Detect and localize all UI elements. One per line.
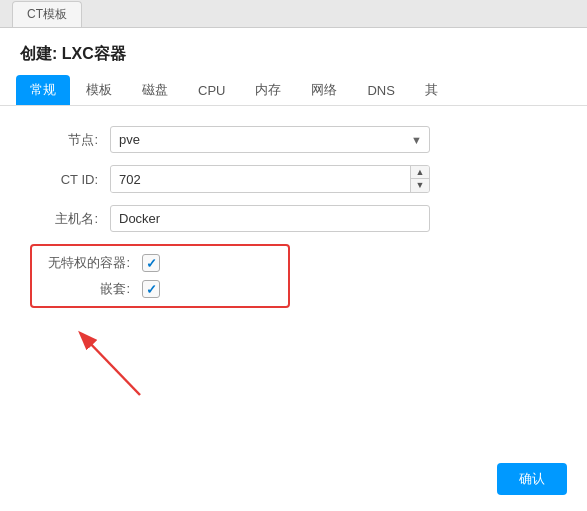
tab-cpu[interactable]: CPU — [184, 77, 239, 104]
unprivileged-row: 无特权的容器: — [42, 254, 278, 272]
unprivileged-checkbox[interactable] — [142, 254, 160, 272]
tab-network[interactable]: 网络 — [297, 75, 351, 105]
svg-line-1 — [85, 338, 140, 395]
tab-memory[interactable]: 内存 — [241, 75, 295, 105]
create-lxc-dialog: 创建: LXC容器 常规 模板 磁盘 CPU 内存 网络 DNS 其 节点: p… — [0, 28, 587, 511]
confirm-button[interactable]: 确认 — [497, 463, 567, 495]
ctid-increment-button[interactable]: ▲ — [411, 166, 429, 179]
unprivileged-label: 无特权的容器: — [42, 254, 142, 272]
nesting-label: 嵌套: — [42, 280, 142, 298]
hostname-row: 主机名: — [20, 205, 567, 232]
ct-template-tab[interactable]: CT模板 — [12, 1, 82, 27]
tab-dns[interactable]: DNS — [353, 77, 408, 104]
ctid-input[interactable] — [111, 167, 410, 192]
node-row: 节点: pve ▼ — [20, 126, 567, 153]
node-select-wrapper: pve ▼ — [110, 126, 430, 153]
node-control: pve ▼ — [110, 126, 430, 153]
node-select[interactable]: pve — [110, 126, 430, 153]
tabs-bar: 常规 模板 磁盘 CPU 内存 网络 DNS 其 — [0, 75, 587, 106]
dialog-title: 创建: LXC容器 — [0, 28, 587, 75]
dialog-body: 节点: pve ▼ CT ID: ▲ ▼ — [0, 106, 587, 463]
ctid-spinners: ▲ ▼ — [410, 166, 429, 192]
tab-general[interactable]: 常规 — [16, 75, 70, 105]
annotation — [20, 320, 280, 400]
ctid-input-wrapper: ▲ ▼ — [110, 165, 430, 193]
checkbox-group: 无特权的容器: 嵌套: — [30, 244, 290, 308]
node-label: 节点: — [20, 131, 110, 149]
hostname-control — [110, 205, 430, 232]
nesting-row: 嵌套: — [42, 280, 278, 298]
hostname-label: 主机名: — [20, 210, 110, 228]
top-bar: CT模板 — [0, 0, 587, 28]
tab-extra[interactable]: 其 — [411, 75, 452, 105]
ctid-label: CT ID: — [20, 172, 110, 187]
tab-disk[interactable]: 磁盘 — [128, 75, 182, 105]
ctid-decrement-button[interactable]: ▼ — [411, 179, 429, 192]
ctid-control: ▲ ▼ — [110, 165, 430, 193]
hostname-input[interactable] — [110, 205, 430, 232]
nesting-checkbox[interactable] — [142, 280, 160, 298]
tab-template[interactable]: 模板 — [72, 75, 126, 105]
red-arrow-icon — [20, 320, 220, 400]
ctid-row: CT ID: ▲ ▼ — [20, 165, 567, 193]
